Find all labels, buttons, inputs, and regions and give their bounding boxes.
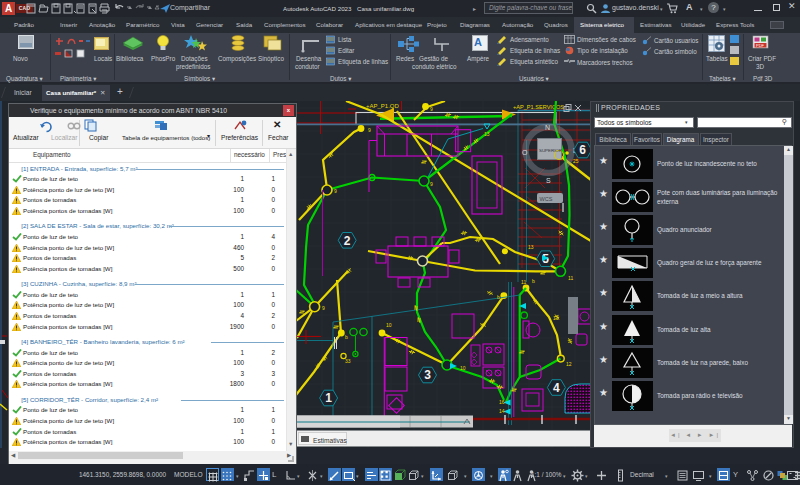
svg-text:13: 13	[528, 244, 534, 250]
svg-text:33: 33	[345, 358, 351, 364]
svg-text:WCS: WCS	[540, 196, 553, 202]
svg-text:10: 10	[460, 365, 466, 371]
svg-text:6: 6	[579, 143, 586, 157]
svg-text:4: 4	[553, 381, 560, 395]
svg-text:16: 16	[499, 399, 505, 405]
svg-text:10: 10	[386, 322, 392, 328]
svg-text:b: b	[345, 334, 348, 340]
svg-text:b: b	[532, 278, 535, 284]
svg-text:9: 9	[322, 305, 325, 311]
svg-text:N: N	[545, 124, 550, 131]
svg-text:+AP_P1.QD: +AP_P1.QD	[366, 103, 400, 109]
svg-text:12: 12	[566, 361, 572, 367]
svg-text:14: 14	[499, 408, 505, 414]
svg-text:13: 13	[553, 315, 559, 321]
svg-text:S: S	[546, 177, 551, 184]
svg-text:O: O	[522, 149, 528, 156]
svg-text:Estimativas: Estimativas	[313, 437, 347, 444]
svg-text:11: 11	[521, 279, 526, 285]
svg-text:9: 9	[430, 106, 433, 112]
svg-text:1: 1	[325, 391, 332, 405]
svg-text:PDF: PDF	[756, 43, 765, 48]
svg-text:9: 9	[334, 188, 337, 194]
svg-text:3: 3	[424, 368, 431, 382]
svg-text:25: 25	[573, 158, 579, 164]
svg-text:2: 2	[344, 234, 351, 248]
svg-text:9: 9	[368, 127, 371, 133]
svg-text:11: 11	[568, 275, 573, 281]
svg-text:13: 13	[484, 131, 490, 137]
svg-text:SUPERIOR: SUPERIOR	[539, 148, 562, 153]
svg-text:b: b	[497, 294, 500, 300]
svg-text:9: 9	[430, 181, 433, 187]
